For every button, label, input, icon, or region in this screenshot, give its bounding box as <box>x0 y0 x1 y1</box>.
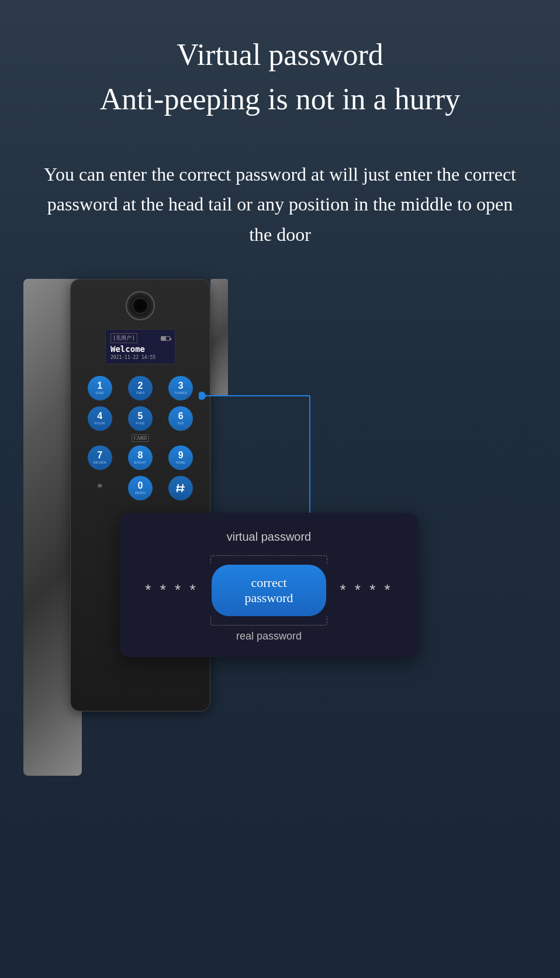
device-section: [无用户] Welcome 2021-11-22 14:55 1 ONE 2 T… <box>0 267 560 793</box>
key-0[interactable]: 0 ZERO <box>128 476 153 500</box>
key-4[interactable]: 4 FOUR <box>88 406 112 431</box>
main-title: Virtual password <box>47 35 513 75</box>
key-9[interactable]: 9 NINE <box>168 445 193 470</box>
key-8[interactable]: 8 EIGHT <box>128 445 153 470</box>
password-row: * * * * correct password * * * * <box>137 565 400 616</box>
key-hash[interactable] <box>168 476 193 500</box>
key-7[interactable]: 7 SEVEN <box>88 445 112 470</box>
key-6[interactable]: 6 SIX <box>168 406 193 431</box>
display-screen: [无用户] Welcome 2021-11-22 14:55 <box>105 329 175 364</box>
keypad: 1 ONE 2 TWO 3 THREE 4 FOUR <box>79 376 201 500</box>
correct-password-button[interactable]: correct password <box>212 565 326 616</box>
card-label: CARD <box>132 434 149 442</box>
key-3[interactable]: 3 THREE <box>168 376 193 400</box>
sub-title: Anti-peeping is not in a hurry <box>47 80 513 119</box>
keypad-row-3: 7 SEVEN 8 EIGHT 9 NINE <box>79 445 201 470</box>
info-box: virtual password * * * * correct passwor… <box>120 513 418 657</box>
header-section: Virtual password Anti-peeping is not in … <box>0 0 560 136</box>
keypad-row-4: * 0 ZERO <box>79 476 201 500</box>
key-star: * <box>88 476 112 500</box>
info-box-title: virtual password <box>137 530 400 544</box>
real-password-label: real password <box>137 630 400 642</box>
key-1[interactable]: 1 ONE <box>88 376 112 400</box>
display-date: 2021-11-22 14:55 <box>110 355 170 360</box>
description-text: You can enter the correct password at wi… <box>0 136 560 267</box>
virtual-stars-right: * * * * <box>332 581 400 599</box>
key-2[interactable]: 2 TWO <box>128 376 153 400</box>
camera <box>126 291 155 320</box>
key-5[interactable]: 5 FIVE <box>128 406 153 431</box>
camera-lens <box>132 298 148 314</box>
welcome-text: Welcome <box>110 344 170 354</box>
virtual-stars-left: * * * * <box>137 581 206 599</box>
keypad-row-2: 4 FOUR 5 FIVE 6 SIX <box>79 406 201 431</box>
keypad-row-1: 1 ONE 2 TWO 3 THREE <box>79 376 201 400</box>
user-label: [无用户] <box>110 333 137 343</box>
